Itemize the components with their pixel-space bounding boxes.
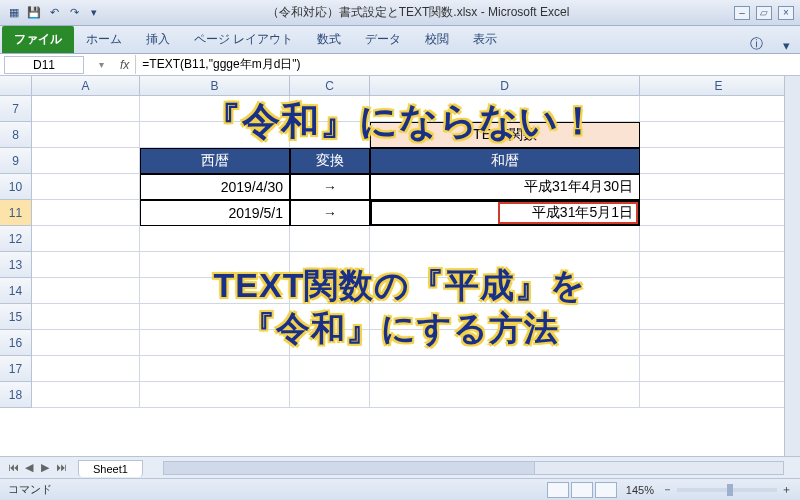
cell[interactable] xyxy=(640,174,798,200)
row-header[interactable]: 14 xyxy=(0,278,32,304)
row-header[interactable]: 18 xyxy=(0,382,32,408)
col-header-d[interactable]: D xyxy=(370,76,640,95)
maximize-button[interactable]: ▱ xyxy=(756,6,772,20)
cell[interactable] xyxy=(640,330,798,356)
cell[interactable] xyxy=(370,356,640,382)
cell[interactable] xyxy=(290,278,370,304)
fx-icon[interactable]: fx xyxy=(114,58,135,72)
cell[interactable] xyxy=(32,330,140,356)
tab-formulas[interactable]: 数式 xyxy=(305,26,353,53)
table-header[interactable]: 和暦 xyxy=(370,148,640,174)
tab-review[interactable]: 校閲 xyxy=(413,26,461,53)
ribbon-help-icon[interactable]: ⓘ xyxy=(740,35,773,53)
cell[interactable] xyxy=(32,148,140,174)
cell[interactable] xyxy=(140,382,290,408)
minimize-button[interactable]: – xyxy=(734,6,750,20)
sheet-nav-first-icon[interactable]: ⏮ xyxy=(6,461,20,474)
cell[interactable] xyxy=(640,252,798,278)
cell[interactable] xyxy=(290,122,370,148)
row-header[interactable]: 7 xyxy=(0,96,32,122)
redo-icon[interactable]: ↷ xyxy=(66,5,82,21)
cell[interactable] xyxy=(140,122,290,148)
table-header[interactable]: 西暦 xyxy=(140,148,290,174)
cell[interactable] xyxy=(32,96,140,122)
cell[interactable] xyxy=(640,356,798,382)
cell[interactable] xyxy=(32,304,140,330)
cell[interactable] xyxy=(370,96,640,122)
cell[interactable] xyxy=(640,226,798,252)
zoom-in-button[interactable]: ＋ xyxy=(781,482,792,497)
file-tab[interactable]: ファイル xyxy=(2,26,74,53)
cell[interactable] xyxy=(140,252,290,278)
cell[interactable]: 2019/4/30 xyxy=(140,174,290,200)
sheet-tab[interactable]: Sheet1 xyxy=(78,460,143,477)
col-header-a[interactable]: A xyxy=(32,76,140,95)
name-box-dropdown-icon[interactable]: ▾ xyxy=(88,59,114,70)
cell[interactable] xyxy=(32,382,140,408)
col-header-b[interactable]: B xyxy=(140,76,290,95)
cell[interactable] xyxy=(290,356,370,382)
view-normal-button[interactable] xyxy=(547,482,569,498)
cell[interactable] xyxy=(140,226,290,252)
cell[interactable] xyxy=(290,382,370,408)
row-header[interactable]: 8 xyxy=(0,122,32,148)
cell[interactable] xyxy=(32,278,140,304)
tab-insert[interactable]: 挿入 xyxy=(134,26,182,53)
cell[interactable] xyxy=(370,278,640,304)
cell[interactable] xyxy=(290,304,370,330)
cell[interactable] xyxy=(640,304,798,330)
cell[interactable] xyxy=(640,122,798,148)
cell[interactable] xyxy=(32,200,140,226)
cell[interactable] xyxy=(140,278,290,304)
tab-home[interactable]: ホーム xyxy=(74,26,134,53)
cell[interactable]: 2019/5/1 xyxy=(140,200,290,226)
cell[interactable]: → xyxy=(290,174,370,200)
row-header[interactable]: 9 xyxy=(0,148,32,174)
cell[interactable] xyxy=(140,356,290,382)
cell[interactable] xyxy=(640,382,798,408)
cell[interactable] xyxy=(370,330,640,356)
cell[interactable] xyxy=(32,252,140,278)
col-header-c[interactable]: C xyxy=(290,76,370,95)
row-header[interactable]: 12 xyxy=(0,226,32,252)
cell[interactable] xyxy=(290,226,370,252)
undo-icon[interactable]: ↶ xyxy=(46,5,62,21)
cell[interactable] xyxy=(640,148,798,174)
row-header[interactable]: 13 xyxy=(0,252,32,278)
cell[interactable] xyxy=(32,356,140,382)
cell[interactable] xyxy=(640,278,798,304)
horizontal-scrollbar[interactable] xyxy=(163,461,784,475)
cell[interactable]: → xyxy=(290,200,370,226)
tab-page-layout[interactable]: ページ レイアウト xyxy=(182,26,305,53)
row-header[interactable]: 11 xyxy=(0,200,32,226)
row-header[interactable]: 10 xyxy=(0,174,32,200)
cell[interactable] xyxy=(140,304,290,330)
zoom-slider[interactable] xyxy=(677,488,777,492)
table-header[interactable]: 変換 xyxy=(290,148,370,174)
cell[interactable] xyxy=(290,330,370,356)
cell[interactable] xyxy=(32,174,140,200)
cell[interactable] xyxy=(370,304,640,330)
table-title[interactable]: TEXT関数 xyxy=(370,122,640,148)
name-box[interactable]: D11 xyxy=(4,56,84,74)
tab-view[interactable]: 表示 xyxy=(461,26,509,53)
ribbon-minimize-icon[interactable]: ▾ xyxy=(773,38,800,53)
cell-active[interactable]: 平成31年5月1日 xyxy=(370,200,640,226)
close-button[interactable]: × xyxy=(778,6,794,20)
cell[interactable] xyxy=(370,226,640,252)
zoom-out-button[interactable]: － xyxy=(662,482,673,497)
select-all-corner[interactable] xyxy=(0,76,32,95)
vertical-scrollbar[interactable] xyxy=(784,76,800,456)
cell[interactable] xyxy=(370,252,640,278)
row-header[interactable]: 16 xyxy=(0,330,32,356)
qat-dropdown-icon[interactable]: ▾ xyxy=(86,5,102,21)
cell[interactable] xyxy=(290,252,370,278)
row-header[interactable]: 15 xyxy=(0,304,32,330)
save-icon[interactable]: 💾 xyxy=(26,5,42,21)
cell[interactable] xyxy=(140,96,290,122)
cell[interactable] xyxy=(32,122,140,148)
formula-input[interactable]: =TEXT(B11,"ggge年m月d日") xyxy=(135,55,800,74)
view-page-layout-button[interactable] xyxy=(571,482,593,498)
sheet-nav-last-icon[interactable]: ⏭ xyxy=(54,461,68,474)
row-header[interactable]: 17 xyxy=(0,356,32,382)
